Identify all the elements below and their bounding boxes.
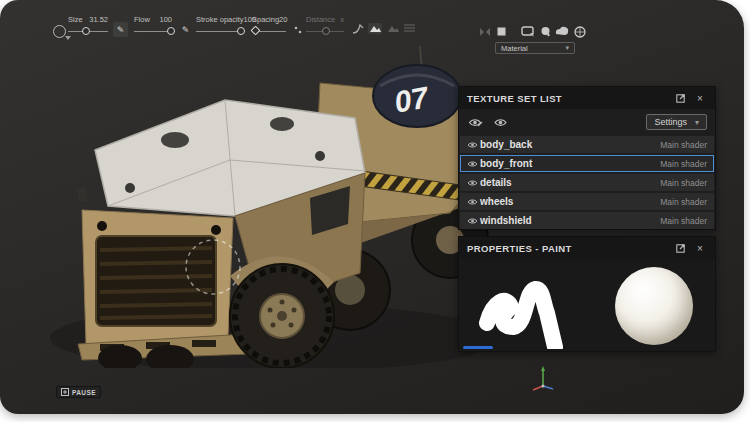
pencil-icon: ✎ — [182, 25, 190, 35]
texture-set-list-header[interactable]: TEXTURE SET LIST × — [459, 87, 715, 109]
texture-set-name: body_front — [480, 158, 660, 169]
properties-paint-panel: PROPERTIES - PAINT × — [458, 236, 716, 352]
stroke-opacity-slider-group: Stroke opacity 100 — [196, 16, 244, 35]
size-label: Size — [68, 16, 83, 24]
polygon-fill-tool-icon[interactable] — [555, 26, 569, 37]
spacing-slider[interactable] — [252, 27, 286, 35]
pencil-icon: ✎ — [117, 25, 125, 35]
texture-set-name: wheels — [480, 196, 660, 207]
stroke-opacity-label: Stroke opacity — [196, 16, 244, 24]
pause-badge[interactable]: PAUSE — [56, 386, 101, 398]
detach-panel-icon[interactable] — [673, 91, 687, 105]
settings-dropdown[interactable]: Settings ▾ — [646, 114, 707, 130]
properties-paint-body — [459, 259, 715, 351]
material-mode-dropdown[interactable]: Material ▾ — [495, 42, 575, 54]
brush-preview-icon[interactable] — [53, 25, 66, 38]
projection-tool-icon[interactable] — [521, 26, 535, 37]
falloff-curve-icon[interactable] — [352, 24, 364, 34]
material-mode-value: Material — [501, 44, 528, 53]
visibility-eye-icon[interactable] — [467, 179, 480, 187]
properties-paint-header[interactable]: PROPERTIES - PAINT × — [459, 237, 715, 259]
stroke-opacity-slider[interactable] — [196, 27, 244, 35]
spacing-label: Spacing — [252, 16, 279, 24]
distance-value: x — [340, 16, 344, 24]
texture-set-row[interactable]: body_front Main shader — [460, 155, 714, 172]
alpha-mountain-icon[interactable] — [368, 23, 382, 34]
app-window: Size 31.52 ✎ Flow 100 ✎ Stroke opacity — [0, 0, 744, 414]
size-value[interactable]: 31.52 — [89, 16, 108, 24]
texture-set-shader: Main shader — [660, 197, 707, 207]
flow-value[interactable]: 100 — [159, 16, 172, 24]
texture-set-rows: body_back Main shader body_front Main sh… — [459, 135, 715, 235]
solo-visibility-icon[interactable] — [492, 116, 508, 128]
flow-pen-pressure-button[interactable]: ✎ — [178, 22, 193, 37]
quick-mask-icon[interactable] — [497, 27, 506, 36]
list-icon[interactable] — [404, 23, 415, 33]
texture-set-shader: Main shader — [660, 159, 707, 169]
spacing-slider-group: Spacing 20 — [252, 16, 286, 35]
size-pen-pressure-button[interactable]: ✎ — [113, 22, 128, 37]
flow-label: Flow — [134, 16, 150, 24]
axis-gizmo-icon — [528, 364, 558, 392]
viewport-3d-model[interactable]: 07 — [20, 38, 490, 368]
paint-tool-icon[interactable] — [540, 26, 551, 37]
pause-label: PAUSE — [72, 389, 96, 396]
visibility-eye-icon[interactable] — [467, 217, 480, 225]
spacing-value[interactable]: 20 — [279, 16, 287, 24]
flow-slider[interactable] — [134, 27, 172, 35]
flow-slider-group: Flow 100 — [134, 16, 172, 35]
properties-paint-title: PROPERTIES - PAINT — [467, 243, 667, 254]
visibility-eye-icon[interactable] — [467, 160, 480, 168]
texture-set-toolbar: Settings ▾ — [459, 109, 715, 135]
stencil-mountain-icon[interactable] — [386, 23, 400, 34]
close-panel-icon[interactable]: × — [693, 241, 707, 255]
texture-set-shader: Main shader — [660, 216, 707, 226]
distance-slider — [306, 27, 344, 35]
size-slider-group: Size 31.52 — [68, 16, 108, 35]
detach-panel-icon[interactable] — [673, 241, 687, 255]
texture-set-row[interactable]: wheels Main shader — [460, 193, 714, 210]
material-sphere-preview[interactable] — [615, 267, 693, 345]
texture-set-name: windshield — [480, 215, 660, 226]
pause-icon — [61, 388, 69, 396]
chevron-down-icon: ▾ — [565, 44, 569, 52]
page: Size 31.52 ✎ Flow 100 ✎ Stroke opacity — [0, 0, 750, 422]
panel-scrollbar-accent[interactable] — [463, 346, 493, 349]
texture-set-list-panel: TEXTURE SET LIST × Settings ▾ — [458, 86, 716, 230]
texture-set-shader: Main shader — [660, 178, 707, 188]
texture-set-shader: Main shader — [660, 140, 707, 150]
symmetry-icon[interactable] — [479, 27, 491, 37]
material-picker-icon[interactable] — [574, 26, 586, 38]
settings-label: Settings — [654, 117, 687, 127]
size-slider[interactable] — [68, 27, 108, 35]
chevron-down-icon: ▾ — [695, 118, 699, 127]
distance-slider-group: Distance x — [306, 16, 344, 35]
texture-set-name: body_back — [480, 139, 660, 150]
texture-set-row[interactable]: body_back Main shader — [460, 136, 714, 153]
visibility-eye-icon[interactable] — [467, 198, 480, 206]
visibility-eye-icon[interactable] — [467, 141, 480, 149]
texture-set-row[interactable]: details Main shader — [460, 174, 714, 191]
distance-label: Distance — [306, 16, 335, 24]
close-panel-icon[interactable]: × — [693, 91, 707, 105]
texture-set-name: details — [480, 177, 660, 188]
texture-set-row[interactable]: windshield Main shader — [460, 212, 714, 229]
toggle-all-visibility-icon[interactable] — [467, 116, 483, 128]
texture-set-list-title: TEXTURE SET LIST — [467, 93, 667, 104]
brush-stroke-preview[interactable] — [473, 261, 593, 349]
stroke-options-dots-icon[interactable] — [294, 26, 302, 34]
